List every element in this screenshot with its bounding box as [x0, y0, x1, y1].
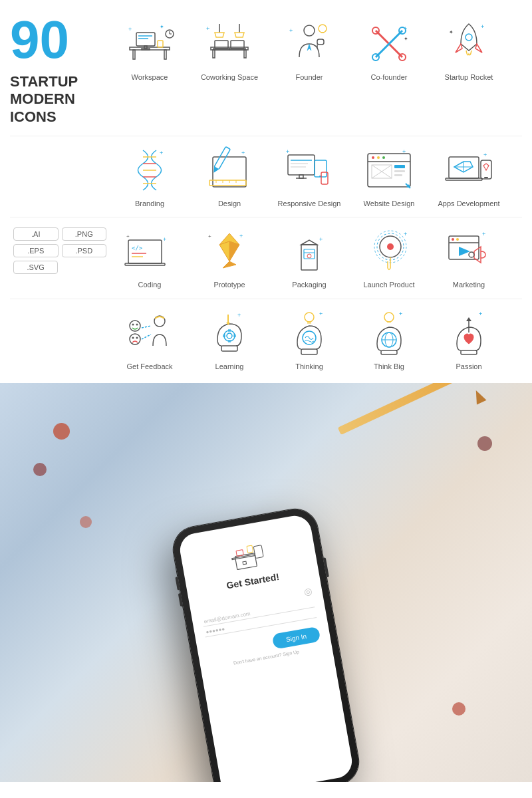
svg-marker-17: [235, 33, 244, 37]
phone-screen: Get Started! email@domain.com ●●●●●● Sig…: [178, 513, 354, 782]
bg-dot-2: [33, 463, 47, 476]
svg-rect-8: [158, 41, 163, 47]
svg-text:+: +: [126, 233, 130, 239]
svg-rect-141: [301, 349, 317, 354]
icon-prototype: + + Prototype: [190, 221, 269, 295]
icon-learning: + Learning: [190, 303, 269, 376]
svg-rect-83: [446, 178, 482, 180]
svg-point-124: [132, 324, 134, 326]
phone-side-button: [323, 557, 329, 577]
phone-title: Get Started!: [225, 571, 280, 591]
svg-text:+: +: [319, 311, 323, 317]
svg-point-151: [384, 313, 394, 322]
title-display: STARTUP MODERN ICONS: [10, 66, 78, 126]
svg-point-120: [469, 252, 474, 257]
svg-rect-76: [394, 165, 405, 168]
svg-rect-131: [221, 346, 237, 351]
phone-signin-btn[interactable]: Sign In: [271, 626, 321, 650]
svg-text:+: +: [163, 236, 166, 243]
icon-cofounder: + ✦ Co-founder: [349, 13, 429, 87]
svg-rect-92: [125, 263, 165, 265]
svg-text:✦: ✦: [449, 29, 454, 35]
icon-packaging: + Packaging: [269, 221, 349, 295]
svg-text:+: +: [319, 236, 323, 243]
svg-point-71: [377, 156, 380, 159]
svg-text:+: +: [404, 231, 407, 237]
svg-point-165: [307, 591, 310, 594]
svg-marker-156: [466, 317, 471, 321]
icon-launch: + Launch Product: [349, 221, 429, 295]
svg-rect-161: [253, 545, 263, 559]
svg-rect-160: [243, 561, 247, 565]
icon-branding: + Branding: [110, 140, 190, 213]
svg-text:+: +: [241, 150, 245, 156]
svg-text:+: +: [289, 27, 293, 34]
svg-point-117: [452, 238, 454, 241]
svg-text:+: +: [402, 148, 406, 155]
svg-rect-24: [229, 49, 245, 50]
svg-rect-162: [247, 545, 253, 553]
svg-rect-136: [223, 334, 225, 337]
svg-point-118: [456, 238, 459, 241]
svg-rect-134: [228, 329, 231, 332]
phone-email-icon: [303, 587, 313, 600]
icons-row-1: + ✦ Workspace: [110, 13, 509, 87]
svg-rect-58: [288, 155, 315, 175]
icon-website: + Website Design: [349, 140, 429, 213]
svg-text:+: +: [239, 233, 243, 239]
bottom-photo-section: Get Started! email@domain.com ●●●●●● Sig…: [0, 383, 532, 782]
svg-marker-99: [229, 241, 239, 261]
icons-row-4: Get Feedback: [110, 303, 522, 376]
bg-dot-4: [477, 436, 492, 451]
svg-rect-50: [214, 146, 230, 169]
left-panel: 90 STARTUP MODERN ICONS: [10, 13, 110, 126]
phone-vol-up: [175, 577, 180, 590]
svg-text:✦: ✦: [404, 36, 408, 42]
svg-line-130: [142, 334, 151, 339]
bg-dot-5: [452, 702, 466, 716]
svg-marker-89: [483, 164, 489, 170]
icon-responsive: + Responsive Design: [269, 140, 349, 213]
svg-text:+: +: [399, 311, 402, 317]
icon-feedback: Get Feedback: [110, 303, 190, 376]
svg-rect-88: [484, 177, 488, 178]
top-section: 90 STARTUP MODERN ICONS: [0, 0, 532, 383]
svg-text:+: +: [483, 152, 487, 158]
icon-rocket: + ✦ Startup Rocket: [429, 13, 509, 87]
svg-rect-52: [209, 180, 246, 186]
icon-marketing: + Marketing: [429, 221, 509, 295]
svg-text:+: +: [479, 311, 482, 317]
icon-thinking: + Thinking: [269, 303, 349, 376]
svg-rect-163: [236, 550, 243, 557]
svg-point-26: [304, 25, 315, 36]
svg-text:+: +: [237, 312, 241, 319]
svg-marker-101: [223, 261, 236, 268]
svg-text:+: +: [481, 23, 484, 30]
svg-text:+: +: [160, 150, 163, 156]
svg-point-72: [382, 156, 385, 159]
svg-text:+: +: [286, 148, 289, 155]
number-display: 90: [10, 13, 69, 66]
svg-text:+: +: [208, 233, 211, 239]
svg-rect-1: [133, 50, 135, 59]
svg-marker-100: [219, 241, 229, 261]
phone-mockup: Get Started! email@domain.com ●●●●●● Sig…: [170, 505, 362, 782]
bg-pencil-tip: [471, 388, 487, 405]
svg-rect-2: [164, 50, 166, 59]
bg-dot-1: [53, 423, 70, 440]
svg-point-125: [136, 324, 138, 326]
svg-text:+: +: [482, 231, 485, 237]
bg-pencil: [338, 383, 473, 435]
svg-point-127: [130, 334, 140, 344]
badge-ai: .AI: [13, 227, 59, 241]
svg-rect-22: [213, 49, 229, 50]
phone-app-icon: [225, 535, 271, 575]
svg-text:+: +: [206, 25, 209, 32]
format-badges: .AI .PNG .EPS .PSD .SVG: [10, 221, 110, 281]
badge-svg: .SVG: [13, 261, 58, 274]
icon-passion: + Passion: [429, 303, 509, 376]
svg-point-108: [307, 254, 311, 258]
svg-rect-19: [213, 50, 215, 58]
svg-rect-91: [128, 240, 162, 263]
icon-coding: </> + + Coding: [110, 221, 190, 295]
